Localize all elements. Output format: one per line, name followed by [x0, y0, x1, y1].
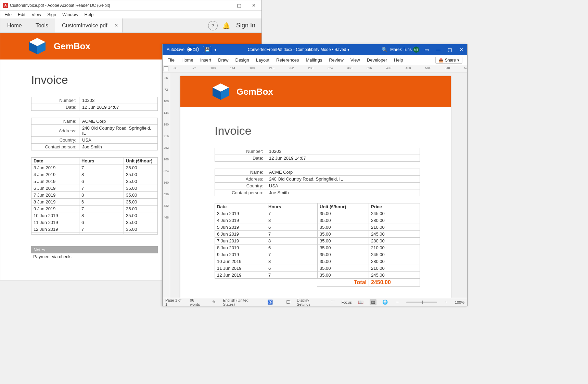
brand-name: GemBox	[237, 87, 273, 97]
status-language[interactable]: English (United States)	[223, 298, 261, 306]
web-layout-icon[interactable]: 🌐	[382, 299, 389, 305]
table-row: 5 Jun 2019635.00	[31, 178, 158, 185]
ribbon-developer[interactable]: Developer	[367, 57, 387, 63]
tab-close-icon[interactable]: ✕	[114, 23, 118, 28]
acrobat-title-text: CustomInvoice.pdf - Adobe Acrobat Reader…	[10, 3, 216, 8]
zoom-slider[interactable]	[406, 302, 437, 303]
ribbon-layout[interactable]: Layout	[256, 57, 269, 63]
zoom-in-button[interactable]: +	[443, 299, 449, 305]
ribbon-design[interactable]: Design	[235, 57, 249, 63]
table-row: 11 Jun 2019635.00	[31, 219, 158, 226]
menu-edit[interactable]: Edit	[15, 11, 28, 18]
word-document-area[interactable]: Invoice Number:10203 Date:12 Jun 2019 14…	[180, 107, 451, 293]
ribbon-help[interactable]: Help	[394, 57, 403, 63]
help-icon[interactable]: ?	[208, 21, 218, 30]
meta-row: Number:10203	[215, 148, 420, 155]
contact-row: Contact person:Joe Smith	[215, 189, 420, 196]
spellcheck-icon[interactable]: ✎	[210, 299, 217, 305]
menu-window[interactable]: Window	[60, 11, 81, 18]
user-avatar[interactable]: MT	[413, 47, 419, 53]
acrobat-tab-bar: Home Tools CustomInvoice.pdf ✕ ? 🔔 Sign …	[0, 18, 261, 33]
menu-file[interactable]: File	[2, 11, 14, 18]
word-window: AutoSave Off 💾 ▾ ConvertedFromPdf.docx -…	[162, 44, 468, 306]
maximize-button[interactable]: ▢	[444, 44, 456, 55]
contact-row: Address:240 Old Country Road, Springfiel…	[31, 125, 158, 137]
maximize-button[interactable]: ▢	[231, 0, 246, 11]
qat-customize-icon[interactable]: ▾	[215, 48, 216, 52]
word-ribbon: File Home Insert Draw Design Layout Refe…	[163, 55, 467, 65]
save-button[interactable]: 💾	[203, 46, 211, 53]
table-row: 3 Jun 2019735.00245.00	[215, 210, 420, 217]
word-page[interactable]: GemBox Invoice Number:10203 Date:12 Jun …	[180, 76, 451, 298]
acrobat-title-bar[interactable]: A CustomInvoice.pdf - Adobe Acrobat Read…	[0, 0, 261, 11]
contact-row: Name:ACME Corp	[31, 118, 158, 125]
table-row: 5 Jun 2019635.00210.00	[215, 224, 420, 231]
table-row: 7 Jun 2019835.00280.00	[215, 238, 420, 244]
meta-row: Number:10203	[31, 97, 158, 104]
horizontal-ruler[interactable]: -36-721081441802162522883243603964324685…	[163, 65, 467, 73]
table-row: 10 Jun 2019835.00280.00	[215, 258, 420, 265]
contact-table: Name:ACME Corp Address:240 Old Country R…	[31, 118, 158, 150]
zoom-level[interactable]: 100%	[455, 300, 464, 304]
share-button[interactable]: 📤 Share ▾	[435, 57, 462, 64]
user-name[interactable]: Marek Turis	[390, 47, 412, 52]
invoice-meta-table: Number:10203 Date:12 Jun 2019 14:07	[31, 97, 158, 111]
status-focus[interactable]: Focus	[342, 300, 352, 304]
notes-header: Notes	[31, 246, 158, 253]
zoom-out-button[interactable]: −	[394, 299, 401, 305]
menu-view[interactable]: View	[29, 11, 44, 18]
status-page[interactable]: Page 1 of 1	[165, 298, 184, 306]
tab-document[interactable]: CustomInvoice.pdf ✕	[55, 18, 123, 32]
ribbon-insert[interactable]: Insert	[200, 57, 212, 63]
read-mode-icon[interactable]: 📖	[357, 299, 364, 305]
table-row: 8 Jun 2019635.00	[31, 199, 158, 206]
word-body: 3672108144180216252288324360396432468 Ge…	[163, 73, 467, 298]
ribbon-view[interactable]: View	[350, 57, 360, 63]
ribbon-mailings[interactable]: Mailings	[306, 57, 322, 63]
close-button[interactable]: ✕	[456, 44, 467, 55]
close-button[interactable]: ✕	[246, 0, 261, 11]
table-row: 7 Jun 2019835.00	[31, 192, 158, 199]
accessibility-icon[interactable]: ♿	[267, 299, 273, 305]
gembox-logo-icon	[211, 82, 230, 101]
word-title-bar[interactable]: AutoSave Off 💾 ▾ ConvertedFromPdf.docx -…	[163, 44, 467, 55]
brand-name: GemBox	[54, 41, 90, 52]
focus-icon[interactable]: ⬚	[329, 299, 336, 305]
ribbon-review[interactable]: Review	[329, 57, 344, 63]
status-words[interactable]: 96 words	[190, 298, 205, 306]
meta-row: Date:12 Jun 2019 14:07	[31, 104, 158, 111]
display-settings-icon[interactable]: 🖵	[284, 299, 291, 305]
hours-table: Date Hours Unit (€/hour) 3 Jun 2019735.0…	[31, 157, 158, 235]
table-row: 12 Jun 2019735.00245.00	[215, 272, 420, 279]
ribbon-draw[interactable]: Draw	[218, 57, 228, 63]
minimize-button[interactable]: —	[432, 44, 444, 55]
sign-in-button[interactable]: Sign In	[236, 22, 255, 29]
menu-help[interactable]: Help	[82, 11, 97, 18]
status-display-settings[interactable]: Display Settings	[297, 298, 324, 306]
table-row: 12 Jun 2019735.00	[31, 226, 158, 233]
document-name[interactable]: ConvertedFromPdf.docx - Compatibility Mo…	[218, 47, 379, 52]
autosave-toggle[interactable]: Off	[187, 47, 199, 52]
contact-row: Address:240 Old Country Road, Springfiel…	[215, 176, 420, 183]
table-row: 3 Jun 2019735.00	[31, 164, 158, 171]
tab-tools[interactable]: Tools	[29, 18, 55, 32]
ribbon-display-icon[interactable]: ▭	[421, 44, 432, 55]
bell-icon[interactable]: 🔔	[222, 22, 230, 29]
contact-row: Country:USA	[215, 183, 420, 189]
search-icon[interactable]: 🔍	[379, 44, 390, 55]
total-value: 2450.00	[369, 279, 420, 287]
acrobat-menu-bar: File Edit View Sign Window Help	[0, 11, 261, 18]
ribbon-file[interactable]: File	[167, 57, 175, 63]
menu-sign[interactable]: Sign	[44, 11, 59, 18]
autosave-label: AutoSave	[167, 47, 184, 52]
word-status-bar: Page 1 of 1 96 words ✎ English (United S…	[163, 298, 467, 306]
minimize-button[interactable]: —	[216, 0, 231, 11]
hours-table: Date Hours Unit (€/hour) Price 3 Jun 201…	[215, 203, 420, 287]
acrobat-app-icon: A	[3, 3, 8, 8]
vertical-ruler[interactable]: 3672108144180216252288324360396432468	[163, 73, 170, 298]
print-layout-icon[interactable]: ▦	[370, 299, 376, 305]
ribbon-references[interactable]: References	[276, 57, 299, 63]
ribbon-home[interactable]: Home	[181, 57, 193, 63]
tab-home[interactable]: Home	[0, 18, 29, 32]
tab-selector-icon[interactable]	[164, 66, 168, 71]
